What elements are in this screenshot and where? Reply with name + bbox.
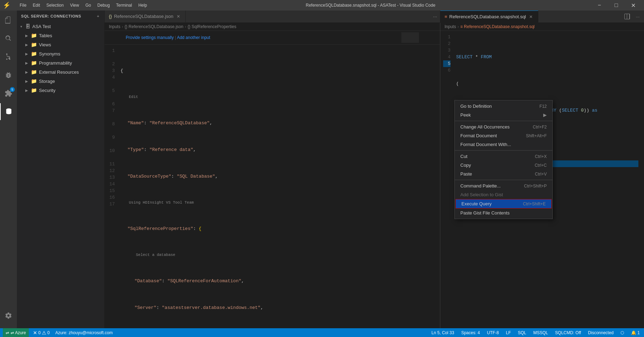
ctx-copy[interactable]: Copy Ctrl+C xyxy=(455,161,552,170)
ctx-go-to-definition-label: Go to Definition xyxy=(460,104,492,109)
cursor-position[interactable]: Ln 5, Col 33 xyxy=(430,330,456,335)
menu-selection[interactable]: Selection xyxy=(44,1,66,9)
edit-label[interactable]: Edit xyxy=(122,94,138,100)
ctx-execute-query[interactable]: Execute Query Ctrl+Shift+E xyxy=(455,199,552,209)
sidebar-item-security[interactable]: ▶ 📁 Security xyxy=(17,86,104,95)
file-encoding[interactable]: UTF-8 xyxy=(486,330,500,335)
server-icon: 🗄 xyxy=(25,24,30,29)
activity-debug[interactable] xyxy=(0,67,17,84)
menu-debug[interactable]: Debug xyxy=(94,1,112,9)
ctx-paste-label: Paste xyxy=(460,171,472,177)
tree-root-asa[interactable]: ▾ 🗄 ASA Test xyxy=(17,22,104,31)
sidebar-header-icons: + xyxy=(96,13,100,19)
remote-explorer-icon[interactable]: ⬡ xyxy=(619,330,625,335)
tab-json-label: ReferenceSQLDatabase.json xyxy=(114,14,173,19)
menu-file[interactable]: File xyxy=(17,1,29,9)
sqlcmd-mode-label: SQLCMD: Off xyxy=(555,330,581,335)
activity-settings[interactable] xyxy=(0,309,17,325)
sidebar-item-storage[interactable]: ▶ 📁 Storage xyxy=(17,77,104,86)
code-line-2: "Name": "ReferenceSQLDatabase", xyxy=(120,120,434,126)
add-connection-icon[interactable]: + xyxy=(96,13,100,19)
activity-extensions[interactable]: 5 xyxy=(0,85,17,102)
sidebar-item-views[interactable]: ▶ 📁 Views xyxy=(17,40,104,49)
activity-source-control[interactable] xyxy=(0,48,17,65)
ctx-paste-gist[interactable]: Paste Gist File Contents xyxy=(455,209,552,217)
breadcrumb-sql-props[interactable]: {} SqlReferenceProperties xyxy=(188,24,236,29)
chevron-right-icon: ▶ xyxy=(24,60,29,66)
ctx-add-selection-to-gist-label: Add Selection to Gist xyxy=(460,192,503,197)
sidebar-item-synonyms[interactable]: ▶ 📁 Synonyms xyxy=(17,49,104,58)
tab-sql-close[interactable]: ✕ xyxy=(528,14,534,20)
tab-sql[interactable]: ≡ ReferenceSQLDatabase.snapshot.sql ✕ xyxy=(440,11,538,23)
line-ending[interactable]: LF xyxy=(505,330,512,335)
activity-explorer[interactable] xyxy=(0,12,17,29)
notifications-button[interactable]: 🔔 1 xyxy=(630,330,641,335)
provide-settings-link[interactable]: Provide settings manually xyxy=(126,35,174,40)
split-editor-icon[interactable] xyxy=(622,12,632,21)
ctx-cut[interactable]: Cut Ctrl+X xyxy=(455,152,552,161)
tab-json-close[interactable]: ✕ xyxy=(176,14,181,19)
json-code-editor[interactable]: 1 - 2 3 4 - 5 - 6 7 - xyxy=(105,45,440,328)
sql-editor-pane: Inputs › ≡ ReferenceSQLDatabase.snapshot… xyxy=(440,23,644,328)
sidebar-item-label-programmability: Programmability xyxy=(39,60,72,66)
breadcrumb-json-file[interactable]: {} ReferenceSQLDatabase.json xyxy=(125,24,183,29)
warning-icon: ⚠ xyxy=(42,330,46,336)
ctx-change-all-occurrences[interactable]: Change All Occurrences Ctrl+F2 xyxy=(455,123,552,131)
ctx-execute-query-shortcut: Ctrl+Shift+E xyxy=(523,201,546,206)
right-tab-bar: ≡ ReferenceSQLDatabase.snapshot.sql ✕ ··… xyxy=(440,11,644,23)
sidebar-item-external-resources[interactable]: ▶ 📁 External Resources xyxy=(17,67,104,77)
more-actions-icon[interactable]: ··· xyxy=(633,12,643,21)
error-count[interactable]: ✕ 0 ⚠ 0 xyxy=(32,330,51,336)
activity-database[interactable] xyxy=(0,103,17,120)
ctx-command-palette[interactable]: Command Palette... Ctrl+Shift+P xyxy=(455,181,552,190)
azure-user[interactable]: Azure: zhouyu@microsoft.com xyxy=(54,330,114,335)
connection-status[interactable]: Disconnected xyxy=(587,330,615,335)
menu-view[interactable]: View xyxy=(67,1,82,9)
ctx-divider-3 xyxy=(455,180,552,180)
ctx-paste[interactable]: Paste Ctrl+V xyxy=(455,170,552,178)
ctx-format-document-with[interactable]: Format Document With... xyxy=(455,140,552,149)
ctx-cut-shortcut: Ctrl+X xyxy=(535,154,547,159)
sql-dialect[interactable]: MSSQL xyxy=(532,330,550,335)
indentation[interactable]: Spaces: 4 xyxy=(460,330,481,335)
sidebar-item-label-storage: Storage xyxy=(39,79,55,84)
sidebar-item-tables[interactable]: ▶ 📁 Tables xyxy=(17,31,104,40)
select-database-label[interactable]: Select a database xyxy=(122,252,175,258)
ctx-paste-shortcut: Ctrl+V xyxy=(535,172,547,177)
ctx-go-to-definition[interactable]: Go to Definition F12 xyxy=(455,102,552,111)
line-ending-label: LF xyxy=(506,330,511,335)
sql-breadcrumb-file[interactable]: ≡ ReferenceSQLDatabase.snapshot.sql xyxy=(460,24,535,29)
maximize-button[interactable]: □ xyxy=(608,0,624,11)
minimize-button[interactable]: − xyxy=(591,0,607,11)
menu-bar: File Edit Selection View Go Debug Termin… xyxy=(17,1,150,9)
sqlcmd-mode[interactable]: SQLCMD: Off xyxy=(554,330,583,335)
close-button[interactable]: ✕ xyxy=(625,0,641,11)
code-line-5: "SqlReferenceProperties": { xyxy=(120,225,434,232)
chevron-down-icon: ▾ xyxy=(18,24,24,29)
menu-help[interactable]: Help xyxy=(136,1,150,9)
ctx-peek[interactable]: Peek ▶ xyxy=(455,111,552,119)
sidebar: SQL SERVER: CONNECTIONS + ▾ 🗄 ASA Test ▶… xyxy=(17,11,105,328)
error-count-label: 0 xyxy=(38,330,41,335)
tab-json[interactable]: {} ReferenceSQLDatabase.json ✕ xyxy=(105,11,186,22)
language-mode[interactable]: SQL xyxy=(517,330,528,335)
menu-go[interactable]: Go xyxy=(83,1,94,9)
main-layout: 5 SQL SERVER: CONNECTIONS + ▾ 🗄 ASA Test… xyxy=(0,11,644,328)
inline-label-select-db: Select a database xyxy=(120,252,434,258)
menu-edit[interactable]: Edit xyxy=(30,1,43,9)
ctx-format-document[interactable]: Format Document Shift+Alt+F xyxy=(455,131,552,140)
tab-more-button[interactable]: ··· xyxy=(430,11,440,22)
breadcrumb-inputs[interactable]: Inputs xyxy=(109,24,120,29)
hdi-label[interactable]: Using HDInsight VS Tool Team xyxy=(122,199,194,206)
warning-count-label: 0 xyxy=(47,330,50,335)
sql-breadcrumb-inputs[interactable]: Inputs xyxy=(445,24,456,29)
sidebar-item-programmability[interactable]: ▶ 📁 Programmability xyxy=(17,58,104,67)
remote-connection-button[interactable]: ⇌ ⇌ Azure xyxy=(3,328,29,337)
add-another-input-link[interactable]: Add another input xyxy=(177,35,210,40)
folder-icon: 📁 xyxy=(31,42,37,47)
menu-terminal[interactable]: Terminal xyxy=(113,1,135,9)
chevron-right-icon: ▶ xyxy=(24,33,29,38)
activity-search[interactable] xyxy=(0,30,17,47)
left-tab-bar: {} ReferenceSQLDatabase.json ✕ ··· xyxy=(105,11,440,23)
status-bar: ⇌ ⇌ Azure ✕ 0 ⚠ 0 Azure: zhouyu@microsof… xyxy=(0,328,644,337)
